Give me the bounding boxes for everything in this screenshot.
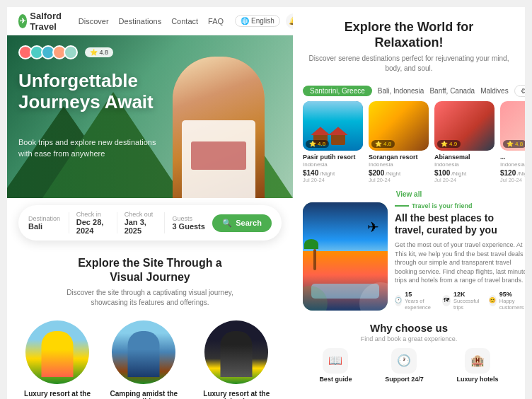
travel-text: Travel is your friend All the best place…: [395, 202, 525, 311]
stats-row: 🕐 15 Years of experience 🗺 12K Successfu…: [395, 291, 525, 311]
category-island[interactable]: Luxury resort at the islands 3,226 place…: [192, 320, 282, 399]
hotels-label: Luxury hotels: [457, 376, 499, 383]
stat-trips-label: Successful trips: [453, 298, 482, 311]
destination-field[interactable]: Destination Bali: [28, 215, 62, 231]
checkin-label: Check in: [76, 211, 110, 218]
resort-price-4: $120: [500, 169, 516, 177]
resort-dates-2: Jul 20-24: [369, 177, 429, 183]
island-label: Luxury resort at the islands: [192, 390, 282, 399]
checkin-field[interactable]: Check in Dec 28, 2024: [76, 211, 110, 235]
why-items: 📖 Best guide 🕐 Support 24/7 🏨 Luxury hot…: [303, 348, 515, 383]
filter-banff[interactable]: Banff, Canada: [429, 86, 475, 96]
resort-price-row-1: $140 /Night: [303, 169, 363, 177]
view-all-link[interactable]: View all: [293, 189, 525, 202]
nav-faq[interactable]: FAQ: [208, 17, 224, 25]
resort-location-3: Indonesia: [434, 161, 495, 168]
guide-label: Best guide: [319, 376, 352, 383]
nav-icons: 🔔 U: [286, 13, 293, 29]
right-relaxation-subtitle: Discover serene destinations perfect for…: [306, 54, 512, 74]
filter-santorini[interactable]: Santorini, Greece: [303, 86, 372, 96]
resort-price-row-4: $120 /Night: [500, 169, 525, 177]
hotels-icon: 🏨: [465, 348, 490, 374]
search-divider-3: [164, 212, 165, 233]
guests-field[interactable]: Guests 3 Guests: [172, 215, 205, 231]
resort-img-1: ⭐ 4.8: [303, 101, 363, 151]
resort-night-2: /Night: [386, 170, 400, 177]
filters-button[interactable]: ⚙ Filters: [514, 85, 525, 97]
category-camping[interactable]: Camping amidst the wild 720 places: [103, 320, 184, 399]
filter-row: Santorini, Greece Bali, Indonesia Banff,…: [293, 81, 525, 101]
smile-icon: 😊: [489, 295, 497, 306]
resort-cards-row: ⭐ 4.8 Pasir putih resort Indonesia $140 …: [293, 101, 525, 189]
why-item-hotels[interactable]: 🏨 Luxury hotels: [457, 348, 499, 383]
resort-card-4[interactable]: ⭐ 4.8 ... Indonesia $120 /Night Jul 20-2…: [500, 101, 525, 183]
clock-icon: 🕐: [395, 295, 402, 306]
resort-night-4: /Night: [517, 170, 525, 177]
bell-icon[interactable]: 🔔: [286, 13, 293, 29]
logo[interactable]: ✈ Salford Travel: [18, 11, 67, 32]
resort-price-3: $100: [434, 169, 450, 177]
why-title: Why choose us: [303, 322, 515, 334]
search-bar: Destination Bali Check in Dec 28, 2024 C…: [18, 205, 282, 241]
nav-discover[interactable]: Discover: [79, 17, 109, 25]
resort-dates-4: Jul 20-24: [500, 177, 525, 183]
resort-card-2[interactable]: ⭐ 4.8 Sorangan resort Indonesia $200 /Ni…: [369, 101, 429, 183]
camping-image: [112, 320, 175, 384]
resort-card-1[interactable]: ⭐ 4.8 Pasir putih resort Indonesia $140 …: [303, 101, 363, 183]
resort-night-3: /Night: [451, 170, 466, 177]
language-button[interactable]: 🌐 English: [235, 15, 280, 27]
sea-label: Luxury resort at the sea: [18, 390, 96, 399]
support-label: Support 24/7: [385, 376, 424, 383]
search-button[interactable]: 🔍 Search: [212, 214, 272, 232]
category-sea[interactable]: Luxury resort at the sea 5,142 places: [18, 320, 96, 399]
why-item-support[interactable]: 🕐 Support 24/7: [385, 348, 424, 383]
travel-description: Get the most out of your travel experien…: [395, 241, 525, 285]
resort-name-4: ...: [500, 154, 525, 161]
sea-image: [25, 320, 89, 384]
resort-card-3[interactable]: ⭐ 4.9 Abiansemal Indonesia $100 /Night J…: [434, 101, 495, 183]
destination-label: Destination: [28, 215, 62, 222]
right-panel: Explore the World forRelaxation! Discove…: [293, 7, 525, 399]
resort-location-2: Indonesia: [369, 161, 429, 168]
nav-contact[interactable]: Contact: [171, 17, 198, 25]
why-item-guide[interactable]: 📖 Best guide: [319, 348, 352, 383]
palm-tree: [310, 239, 320, 267]
filter-bali[interactable]: Bali, Indonesia: [378, 86, 424, 96]
visual-journey-title: Explore the Site Through aVisual Journey: [18, 256, 282, 284]
category-row: Luxury resort at the sea 5,142 places Ca…: [7, 313, 293, 399]
resort-rating-3: ⭐ 4.9: [437, 140, 461, 148]
palm-leaves: [304, 239, 318, 249]
checkout-field[interactable]: Check out Jan 3, 2025: [125, 211, 158, 235]
nav-right: 🌐 English 🔔 U: [235, 13, 293, 29]
search-icon: 🔍: [222, 219, 232, 228]
stat-customers-value: 95%: [499, 291, 525, 298]
right-relaxation-title: Explore the World forRelaxation!: [306, 20, 512, 50]
resort-night-1: /Night: [320, 170, 335, 177]
resort-rating-2: ⭐ 4.8: [371, 140, 395, 148]
rating-tag: ⭐ 4.8: [85, 47, 113, 57]
airplane-icon: ✈: [367, 219, 379, 236]
visual-journey-section: Explore the Site Through aVisual Journey…: [7, 248, 293, 313]
travel-tag: Travel is your friend: [395, 202, 525, 209]
nav-destinations[interactable]: Destinations: [119, 17, 162, 25]
camping-person: [128, 331, 160, 377]
island-image: [204, 320, 268, 384]
logo-icon: ✈: [18, 14, 27, 28]
checkout-value: Jan 3, 2025: [125, 218, 158, 235]
travel-image: ✈: [303, 202, 388, 311]
guide-icon: 📖: [323, 348, 348, 374]
hut-2: [331, 132, 345, 145]
stat-experience-label: Years of experience: [405, 298, 434, 311]
visual-journey-subtitle: Discover the site through a captivating …: [51, 288, 249, 308]
map-icon: 🗺: [442, 295, 451, 306]
stat-trips: 🗺 12K Successful trips: [442, 291, 482, 311]
tag-line: [395, 205, 409, 207]
filter-maldives[interactable]: Maldives: [480, 86, 508, 96]
hero-section: ⭐ 4.8 Unforgettable Journeys Await Book …: [7, 35, 293, 198]
travel-img-inner: ✈: [303, 202, 388, 311]
resort-price-2: $200: [369, 169, 384, 177]
left-panel: ✈ Salford Travel Discover Destinations C…: [7, 7, 293, 399]
why-subtitle: Find and book a great experience.: [303, 335, 515, 342]
stat-customers-label: Happy customers: [499, 298, 525, 311]
stat-experience: 🕐 15 Years of experience: [395, 291, 435, 311]
